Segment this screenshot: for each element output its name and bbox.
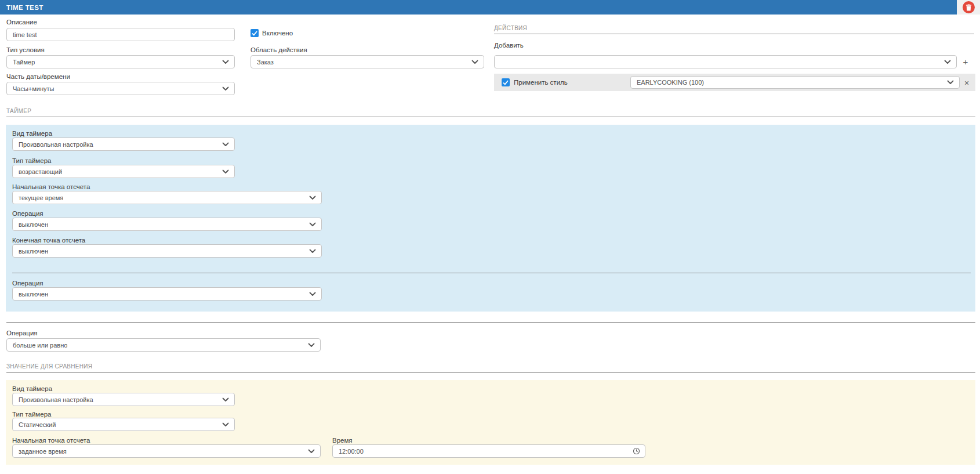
cmp-timer-type-select[interactable]: Статический — [12, 418, 235, 431]
enabled-checkbox[interactable] — [251, 29, 259, 37]
condition-type-select[interactable]: Таймер — [6, 55, 235, 68]
cmp-timer-kind-label: Вид таймера — [12, 385, 52, 393]
page-title: TIME TEST — [0, 4, 43, 11]
comparison-section-title: ЗНАЧЕНИЕ ДЛЯ СРАВНЕНИЯ — [6, 363, 92, 370]
title-bar: TIME TEST — [0, 0, 957, 15]
chevron-down-icon — [309, 249, 316, 254]
start-operation-value: выключен — [19, 221, 48, 228]
scope-label: Область действия — [251, 46, 307, 54]
date-part-label: Часть даты/времени — [6, 73, 70, 81]
timer-kind-label: Вид таймера — [12, 130, 52, 138]
description-field-wrapper — [6, 28, 235, 41]
time-field-wrapper — [332, 444, 645, 458]
apply-style-label: Применить стиль — [514, 79, 568, 86]
cmp-timer-kind-select[interactable]: Произвольная настройка — [12, 393, 235, 406]
timer-type-select[interactable]: возрастающий — [12, 165, 235, 178]
date-part-select[interactable]: Часы+минуты — [6, 82, 235, 95]
start-operation-label: Операция — [12, 210, 43, 218]
title-bar-side — [957, 0, 980, 15]
condition-type-label: Тип условия — [6, 46, 45, 54]
chevron-down-icon — [309, 222, 316, 227]
comparison-operation-value: больше или равно — [13, 342, 67, 349]
time-label: Время — [332, 437, 353, 444]
check-icon — [503, 80, 509, 85]
date-part-value: Часы+минуты — [13, 85, 55, 92]
chevron-down-icon — [308, 449, 315, 454]
condition-editor: TIME TEST Описание Включено Тип условия … — [0, 0, 980, 474]
start-operation-select[interactable]: выключен — [12, 218, 322, 231]
chevron-down-icon — [947, 80, 954, 85]
chevron-down-icon — [309, 292, 316, 296]
enabled-label: Включено — [262, 30, 293, 37]
timer-section-divider — [6, 117, 975, 117]
scope-select[interactable]: Заказ — [251, 55, 484, 68]
start-point-select[interactable]: текущее время — [12, 191, 322, 204]
end-operation-select[interactable]: выключен — [12, 287, 322, 301]
trash-icon — [966, 4, 972, 11]
comparison-section-divider — [6, 372, 975, 373]
timer-type-value: возрастающий — [19, 168, 62, 175]
timer-panel-divider — [12, 273, 971, 273]
actions-section-title: ДЕЙСТВИЯ — [494, 25, 527, 31]
add-action-label: Добавить — [494, 42, 524, 49]
description-label: Описание — [6, 19, 37, 26]
start-point-value: текущее время — [19, 194, 63, 201]
comparison-operation-select[interactable]: больше или равно — [6, 338, 321, 352]
comparison-operation-label: Операция — [6, 330, 38, 337]
comparison-divider — [6, 322, 975, 323]
start-point-label: Начальная точка отсчета — [12, 183, 90, 191]
cmp-start-point-label: Начальная точка отсчета — [12, 437, 90, 444]
clock-icon[interactable] — [633, 447, 640, 455]
style-select[interactable]: EARLYCOOKING (100) — [630, 76, 960, 89]
end-operation-value: выключен — [19, 291, 48, 298]
chevron-down-icon — [222, 169, 229, 174]
chevron-down-icon — [308, 343, 315, 348]
apply-style-checkbox[interactable] — [502, 78, 510, 86]
add-action-select[interactable] — [494, 55, 957, 68]
condition-type-value: Таймер — [13, 59, 35, 66]
check-icon — [252, 31, 257, 36]
chevron-down-icon — [309, 196, 316, 200]
description-input[interactable] — [7, 31, 234, 38]
cmp-start-point-value: заданное время — [19, 448, 67, 455]
scope-value: Заказ — [257, 59, 274, 66]
chevron-down-icon — [222, 397, 229, 402]
timer-section-title: ТАЙМЕР — [6, 108, 31, 114]
timer-kind-value: Произвольная настройка — [19, 141, 93, 148]
cmp-timer-kind-value: Произвольная настройка — [19, 396, 93, 403]
timer-type-label: Тип таймера — [12, 157, 51, 165]
chevron-down-icon — [222, 422, 229, 427]
add-action-button[interactable]: + — [959, 55, 972, 68]
chevron-down-icon — [222, 86, 229, 91]
timer-kind-select[interactable]: Произвольная настройка — [12, 138, 235, 151]
cmp-timer-type-value: Статический — [19, 421, 56, 428]
end-point-label: Конечная точка отсчета — [12, 237, 85, 244]
remove-style-button[interactable]: × — [960, 76, 973, 89]
end-point-value: выключен — [19, 248, 48, 255]
delete-button[interactable] — [963, 1, 975, 13]
chevron-down-icon — [944, 60, 951, 64]
end-operation-label: Операция — [12, 280, 43, 287]
actions-section-divider — [494, 34, 974, 34]
time-input[interactable] — [333, 448, 633, 455]
chevron-down-icon — [222, 142, 229, 147]
style-value: EARLYCOOKING (100) — [637, 79, 704, 86]
chevron-down-icon — [471, 60, 478, 64]
end-point-select[interactable]: выключен — [12, 244, 322, 258]
chevron-down-icon — [222, 60, 229, 64]
cmp-start-point-select[interactable]: заданное время — [12, 444, 321, 458]
